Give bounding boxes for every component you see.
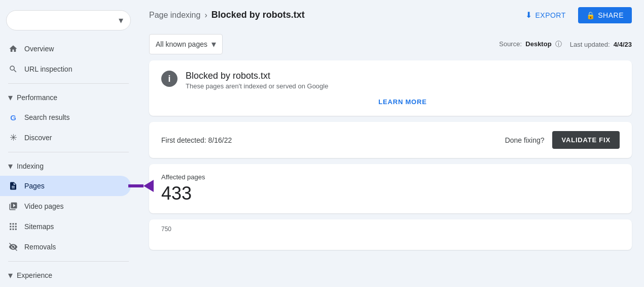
indexing-section-header[interactable]: ▾ Indexing [0,156,137,176]
sidebar-item-video-pages-label: Video pages [24,202,64,210]
filter-dropdown[interactable]: All known pages ▾ [149,34,223,54]
last-updated-label: Last updated: 4/4/23 [570,41,632,48]
experience-section-header[interactable]: ▾ Experience [0,266,137,285]
performance-section-header[interactable]: ▾ Performance [0,88,137,107]
source-info-icon[interactable]: ⓘ [555,40,562,48]
info-card-text: Blocked by robots.txt These pages aren't… [186,71,328,90]
filter-label: All known pages [156,40,207,48]
filter-bar: All known pages ▾ Source: Desktop ⓘ Last… [137,30,644,60]
pages-icon [8,181,18,191]
detection-right: Done fixing? VALIDATE FIX [505,131,620,149]
last-updated-value: 4/4/23 [614,41,632,48]
lock-icon: 🔒 [586,11,595,19]
video-pages-icon [8,201,18,211]
sidebar-item-discover-label: Discover [24,134,52,142]
info-icon: i [161,71,177,87]
property-dropdown[interactable]: ▾ [6,10,131,30]
dropdown-arrow-icon: ▾ [119,15,123,26]
sidebar-item-overview[interactable]: Overview [0,39,131,59]
sidebar-item-video-pages[interactable]: Video pages [0,196,131,216]
info-card-header: i Blocked by robots.txt These pages aren… [161,71,620,90]
sitemaps-icon [8,221,18,232]
info-card-title: Blocked by robots.txt [186,71,328,81]
chart-card: 750 [149,219,632,250]
sidebar-item-sitemaps[interactable]: Sitemaps [0,216,131,237]
discover-icon: ✳ [8,133,18,143]
experience-chevron-icon: ▾ [8,270,13,281]
sidebar-item-search-results[interactable]: G Search results [0,107,131,127]
search-icon [8,64,18,74]
divider-1 [8,83,129,84]
source-value: Desktop [525,40,551,48]
breadcrumb-parent: Page indexing [149,11,200,20]
divider-2 [8,152,129,152]
breadcrumb-current: Blocked by robots.txt [211,10,305,20]
sidebar-item-pages-label: Pages [24,182,45,190]
removals-icon [8,242,18,252]
sidebar-item-url-inspection[interactable]: URL inspection [0,59,131,79]
affected-pages-count: 433 [161,183,620,204]
topbar-actions: ⬇ EXPORT 🔒 SHARE [519,6,632,24]
sidebar-item-discover[interactable]: ✳ Discover [0,127,131,148]
share-button[interactable]: 🔒 SHARE [578,7,632,23]
sidebar: ▾ Overview URL inspection ▾ Performance … [0,0,137,287]
sidebar-item-overview-label: Overview [24,45,54,53]
affected-pages-card: Affected pages 433 [149,164,632,213]
google-g-icon: G [8,112,18,122]
indexing-section-label: Indexing [17,162,44,170]
export-button[interactable]: ⬇ EXPORT [519,6,572,24]
detection-text: First detected: 8/16/22 [161,136,232,144]
main-content: Page indexing › Blocked by robots.txt ⬇ … [137,0,644,287]
sidebar-item-removals[interactable]: Removals [0,237,131,257]
source-label: Source: Desktop ⓘ [499,40,562,49]
filter-meta: Source: Desktop ⓘ Last updated: 4/4/23 [499,40,632,49]
divider-3 [8,261,129,262]
sidebar-item-sitemaps-label: Sitemaps [24,222,54,231]
content-area: i Blocked by robots.txt These pages aren… [137,60,644,287]
sidebar-item-pages[interactable]: Pages [0,176,131,196]
share-label: SHARE [598,11,624,19]
export-icon: ⬇ [525,10,532,20]
learn-more-button[interactable]: LEARN MORE [161,94,620,106]
home-icon [8,44,18,54]
done-fixing-label: Done fixing? [505,136,545,144]
indexing-chevron-icon: ▾ [8,161,13,172]
validate-fix-button[interactable]: VALIDATE FIX [552,131,620,149]
export-label: EXPORT [535,11,565,19]
breadcrumb: Page indexing › Blocked by robots.txt [149,10,305,20]
detection-card: First detected: 8/16/22 Done fixing? VAL… [149,122,632,158]
info-card-subtitle: These pages aren't indexed or served on … [186,82,328,90]
topbar: Page indexing › Blocked by robots.txt ⬇ … [137,0,644,30]
sidebar-item-url-inspection-label: URL inspection [24,65,72,73]
affected-pages-label: Affected pages [161,173,620,181]
first-detected-value: 8/16/22 [208,136,232,144]
filter-dropdown-arrow-icon: ▾ [211,39,216,50]
performance-section-label: Performance [17,93,57,102]
sidebar-item-search-results-label: Search results [24,113,69,121]
sidebar-item-removals-label: Removals [24,243,56,251]
chart-y-label: 750 [161,226,620,233]
experience-section-label: Experience [17,271,52,279]
info-card: i Blocked by robots.txt These pages aren… [149,60,632,116]
breadcrumb-separator: › [204,11,207,20]
performance-chevron-icon: ▾ [8,92,13,103]
